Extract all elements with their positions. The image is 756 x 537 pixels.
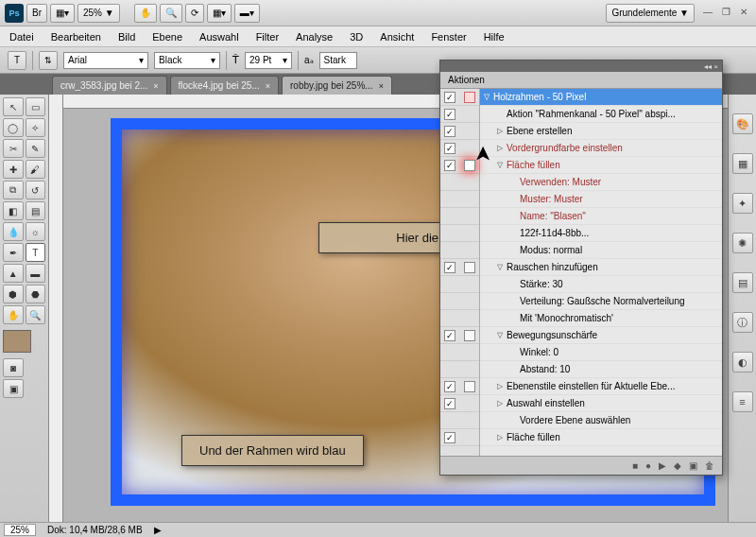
arrange-button[interactable]: ▦▾ bbox=[207, 4, 232, 23]
path-select-tool[interactable]: ▲ bbox=[3, 264, 24, 283]
action-item[interactable]: Vordergrundfarbe einstellen bbox=[480, 140, 722, 157]
action-enable-checkbox[interactable]: ✓ bbox=[444, 381, 455, 392]
workspace-selector[interactable]: Grundelemente ▼ bbox=[606, 4, 695, 23]
close-icon[interactable]: × bbox=[153, 81, 158, 91]
font-style-select[interactable]: Black▾ bbox=[154, 52, 220, 69]
action-item[interactable]: Verteilung: Gaußsche Normalverteilung bbox=[480, 293, 722, 310]
disclosure-triangle-icon[interactable] bbox=[497, 144, 507, 152]
collapse-icon[interactable]: ◂◂ bbox=[704, 62, 712, 71]
wand-tool[interactable]: ✧ bbox=[26, 118, 46, 137]
marquee-tool[interactable]: ▭ bbox=[26, 97, 46, 116]
action-item[interactable]: Vordere Ebene auswählen bbox=[480, 412, 722, 429]
action-item[interactable]: Ebene erstellen bbox=[480, 123, 722, 140]
action-item[interactable]: Mit 'Monochromatisch' bbox=[480, 310, 722, 327]
stamp-tool[interactable]: ⧉ bbox=[3, 181, 24, 199]
color-panel-icon[interactable]: 🎨 bbox=[732, 113, 753, 134]
screen-mode-button[interactable]: ▬▾ bbox=[234, 4, 260, 23]
action-item[interactable]: Winkel: 0 bbox=[480, 344, 722, 361]
action-enable-checkbox[interactable]: ✓ bbox=[444, 92, 455, 103]
tab-robby[interactable]: robby.jpg bei 25%...× bbox=[282, 76, 392, 95]
move-tool[interactable]: ↖ bbox=[3, 97, 24, 116]
action-enable-checkbox[interactable]: ✓ bbox=[444, 330, 455, 341]
action-enable-checkbox[interactable]: ✓ bbox=[444, 432, 455, 443]
shape-tool[interactable]: ▬ bbox=[26, 264, 46, 283]
menu-hilfe[interactable]: Hilfe bbox=[484, 31, 505, 43]
menu-ebene[interactable]: Ebene bbox=[152, 31, 182, 43]
antialiasing-select[interactable]: Stark bbox=[319, 52, 357, 69]
action-enable-checkbox[interactable]: ✓ bbox=[444, 109, 455, 120]
type-tool[interactable]: T bbox=[26, 243, 46, 262]
action-item[interactable]: Auswahl einstellen bbox=[480, 395, 722, 412]
tab-crw3583[interactable]: crw_3583.jpg bei 2...× bbox=[52, 76, 167, 95]
brush-tool[interactable]: 🖌 bbox=[26, 160, 46, 179]
close-icon[interactable]: × bbox=[713, 62, 718, 71]
rotate-view-button[interactable]: ⟳ bbox=[185, 4, 204, 23]
menu-auswahl[interactable]: Auswahl bbox=[199, 31, 239, 43]
disclosure-triangle-icon[interactable] bbox=[497, 263, 507, 271]
action-item[interactable]: Muster: Muster bbox=[480, 191, 722, 208]
menu-fenster[interactable]: Fenster bbox=[431, 31, 466, 43]
bridge-button[interactable]: Br bbox=[26, 4, 47, 23]
3d-tool[interactable]: ⬢ bbox=[3, 285, 24, 303]
action-enable-checkbox[interactable]: ✓ bbox=[444, 160, 455, 171]
actions-list[interactable]: Holzrahmen - 50 PixelAktion "Rahmenkanal… bbox=[480, 89, 722, 456]
menu-filter[interactable]: Filter bbox=[256, 31, 279, 43]
action-item[interactable]: Fläche füllen bbox=[480, 157, 722, 174]
history-brush-tool[interactable]: ↺ bbox=[26, 181, 46, 199]
action-item[interactable]: Holzrahmen - 50 Pixel bbox=[480, 89, 722, 106]
action-enable-checkbox[interactable]: ✓ bbox=[444, 262, 455, 273]
action-item[interactable]: Name: "Blasen" bbox=[480, 208, 722, 225]
action-dialog-toggle[interactable] bbox=[464, 381, 475, 392]
disclosure-triangle-icon[interactable] bbox=[497, 161, 507, 169]
disclosure-triangle-icon[interactable] bbox=[484, 93, 493, 101]
font-family-select[interactable]: Arial▾ bbox=[63, 52, 148, 69]
action-enable-checkbox[interactable]: ✓ bbox=[444, 126, 455, 137]
heal-tool[interactable]: ✚ bbox=[3, 160, 24, 179]
action-item[interactable]: Verwenden: Muster bbox=[480, 174, 722, 191]
action-dialog-toggle[interactable] bbox=[464, 330, 475, 341]
eraser-tool[interactable]: ◧ bbox=[3, 201, 24, 220]
blur-tool[interactable]: 💧 bbox=[3, 222, 24, 241]
disclosure-triangle-icon[interactable] bbox=[497, 127, 507, 135]
adjustments-panel-icon[interactable]: ✺ bbox=[732, 233, 753, 253]
text-orientation-button[interactable]: ⇅ bbox=[39, 51, 58, 70]
panel-titlebar[interactable]: ◂◂ × bbox=[440, 61, 722, 72]
disclosure-triangle-icon[interactable] bbox=[497, 399, 507, 407]
action-item[interactable]: Ebenenstile einstellen für Aktuelle Ebe.… bbox=[480, 378, 722, 395]
action-enable-checkbox[interactable]: ✓ bbox=[444, 143, 455, 154]
swatches-panel-icon[interactable]: ▦ bbox=[732, 153, 753, 174]
3d-camera-tool[interactable]: ⬣ bbox=[26, 285, 46, 303]
action-item[interactable]: Stärke: 30 bbox=[480, 276, 722, 293]
gradient-tool[interactable]: ▤ bbox=[26, 201, 46, 220]
view-extras-button[interactable]: ▦▾ bbox=[50, 4, 75, 23]
channels-panel-icon[interactable]: ◐ bbox=[732, 352, 753, 372]
action-dialog-toggle[interactable] bbox=[464, 92, 475, 103]
styles-panel-icon[interactable]: ✦ bbox=[732, 193, 753, 214]
color-swatch[interactable] bbox=[3, 330, 31, 353]
menu-ansicht[interactable]: Ansicht bbox=[380, 31, 414, 43]
action-item[interactable]: Aktion "Rahmenkanal - 50 Pixel" abspi... bbox=[480, 106, 722, 123]
info-panel-icon[interactable]: ⓘ bbox=[732, 312, 753, 333]
hand-tool-button[interactable]: ✋ bbox=[134, 4, 157, 23]
lasso-tool[interactable]: ◯ bbox=[3, 118, 24, 137]
delete-button[interactable]: 🗑 bbox=[705, 460, 714, 471]
crop-tool[interactable]: ✂ bbox=[3, 139, 24, 158]
pen-tool[interactable]: ✒ bbox=[3, 243, 24, 262]
menu-bild[interactable]: Bild bbox=[118, 31, 135, 43]
menu-datei[interactable]: Datei bbox=[9, 31, 34, 43]
action-enable-checkbox[interactable]: ✓ bbox=[444, 398, 455, 409]
zoom-tool-button[interactable]: 🔍 bbox=[160, 4, 182, 23]
menu-bearbeiten[interactable]: Bearbeiten bbox=[51, 31, 101, 43]
action-item[interactable]: Abstand: 10 bbox=[480, 361, 722, 378]
close-button[interactable]: ✕ bbox=[736, 7, 751, 20]
close-icon[interactable]: × bbox=[266, 81, 270, 91]
actions-tab[interactable]: Aktionen bbox=[440, 72, 722, 89]
hand-tool[interactable]: ✋ bbox=[3, 305, 24, 324]
font-size-select[interactable]: 29 Pt▾ bbox=[245, 52, 292, 69]
paths-panel-icon[interactable]: ≡ bbox=[732, 391, 753, 412]
disclosure-triangle-icon[interactable] bbox=[497, 382, 507, 390]
disclosure-triangle-icon[interactable] bbox=[497, 331, 507, 339]
new-action-button[interactable]: ▣ bbox=[689, 460, 697, 471]
action-dialog-toggle[interactable] bbox=[464, 262, 475, 273]
zoom-selector[interactable]: 25% ▼ bbox=[77, 4, 120, 23]
